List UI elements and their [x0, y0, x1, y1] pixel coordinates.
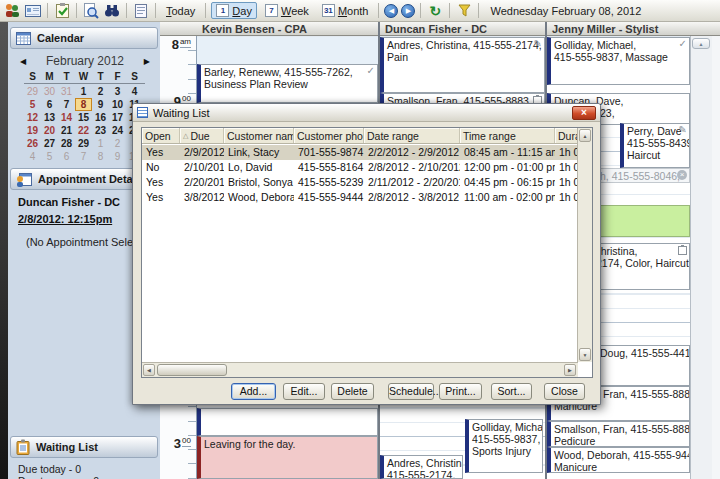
calendar-day[interactable]: 26: [24, 137, 41, 150]
delete-button[interactable]: Delete: [331, 383, 374, 400]
scrollbar-thumb[interactable]: [157, 364, 227, 376]
prev-month-icon[interactable]: ◀: [20, 57, 26, 66]
calendar-day[interactable]: 8: [92, 150, 109, 163]
calendar-day[interactable]: 21: [58, 124, 75, 137]
table-horizontal-scrollbar[interactable]: ◀ ▶: [142, 362, 578, 377]
binoculars-icon[interactable]: [103, 2, 121, 20]
calendar-day[interactable]: 5: [24, 98, 41, 111]
calendar-day[interactable]: 16: [92, 111, 109, 124]
notes-icon[interactable]: [132, 2, 150, 20]
table-vertical-scrollbar[interactable]: ▲ ▼: [577, 128, 592, 362]
calendar-day[interactable]: 8: [75, 98, 92, 111]
column-header-duncan-fisher[interactable]: Duncan Fisher - DC: [380, 22, 545, 36]
calendar-day[interactable]: 28: [58, 137, 75, 150]
column-header-jenny-miller[interactable]: Jenny Miller - Stylist: [547, 22, 690, 36]
clipboard-check-icon[interactable]: [53, 2, 71, 20]
column-header-time-range[interactable]: Time range: [460, 128, 555, 143]
appointment-golliday-massage[interactable]: ✓ Golliday, Michael, 415-555-9837, Massa…: [547, 37, 690, 85]
calendar-day[interactable]: 27: [41, 137, 58, 150]
calendar-day[interactable]: 7: [58, 98, 75, 111]
forward-icon[interactable]: ▶: [401, 4, 415, 18]
calendar-day[interactable]: 14: [58, 111, 75, 124]
column-header-customer-phone[interactable]: Customer phone: [294, 128, 364, 143]
filter-icon[interactable]: [455, 2, 473, 20]
calendar-day[interactable]: 29: [24, 85, 41, 98]
customers-icon[interactable]: [3, 2, 21, 20]
calendar-day[interactable]: 20: [41, 124, 58, 137]
waiting-list-row[interactable]: Yes2/9/2012Link, Stacy701-555-98742/2/20…: [142, 145, 578, 160]
waiting-list-row[interactable]: No2/10/2012Lo, David415-555-81642/8/2012…: [142, 160, 578, 175]
column-header-duration[interactable]: Duration: [555, 128, 578, 143]
calendar-day[interactable]: 2: [109, 137, 126, 150]
week-view-button[interactable]: 7Week: [260, 2, 314, 19]
calendar-day[interactable]: 17: [109, 111, 126, 124]
scroll-up-icon[interactable]: ▲: [579, 129, 591, 142]
calendar-day[interactable]: 4: [126, 85, 143, 98]
calendar-day[interactable]: 5: [41, 150, 58, 163]
calendar-day[interactable]: 29: [75, 137, 92, 150]
scroll-up-icon[interactable]: ▲: [692, 38, 710, 49]
appointment-perry-haircut[interactable]: ✎ Perry, Dave 415-555-8439, Haircut: [620, 123, 690, 168]
scroll-down-icon[interactable]: ▼: [579, 348, 591, 361]
calendar-day[interactable]: 15: [75, 111, 92, 124]
selected-datetime-link[interactable]: 2/8/2012: 12:15pm: [18, 213, 112, 225]
waiting-list-row[interactable]: Yes2/20/2012Bristol, Sonya415-555-52392/…: [142, 175, 578, 190]
calendar-day[interactable]: 2: [92, 85, 109, 98]
calendar-day[interactable]: 24: [109, 124, 126, 137]
calendar-day[interactable]: 1: [92, 137, 109, 150]
month-view-button[interactable]: 31Month: [317, 2, 374, 19]
calendar-day[interactable]: 23: [92, 124, 109, 137]
calendar-day[interactable]: 7: [75, 150, 92, 163]
highlighted-slot[interactable]: [197, 37, 378, 64]
back-icon[interactable]: ◀: [384, 4, 398, 18]
close-button[interactable]: Close: [544, 383, 585, 400]
calendar-day[interactable]: 19: [24, 124, 41, 137]
appointment-empty-block[interactable]: [197, 408, 378, 436]
calendar-day[interactable]: 9: [109, 150, 126, 163]
column-header-due[interactable]: △Due: [180, 128, 224, 143]
dialog-close-button[interactable]: ×: [572, 106, 596, 120]
schedule-scrollbar[interactable]: ▲: [690, 36, 712, 479]
waiting-list-row[interactable]: Yes3/8/2012Wood, Deborah415-555-94442/8/…: [142, 190, 578, 205]
calendar-day[interactable]: 22: [75, 124, 92, 137]
find-document-icon[interactable]: [82, 2, 100, 20]
calendar-day[interactable]: 4: [24, 150, 41, 163]
calendar-day[interactable]: 13: [41, 111, 58, 124]
appointment-details-icon: [16, 172, 32, 187]
calendar-day[interactable]: 1: [75, 85, 92, 98]
edit-button[interactable]: Edit...: [283, 383, 325, 400]
schedule-button[interactable]: Schedule...: [388, 383, 434, 400]
calendar-day[interactable]: 10: [109, 98, 126, 111]
scroll-right-icon[interactable]: ▶: [564, 364, 576, 376]
print-button[interactable]: Print...: [439, 383, 482, 400]
column-header-open[interactable]: Open: [142, 128, 180, 143]
calendar-day[interactable]: 12: [24, 111, 41, 124]
next-month-icon[interactable]: ▶: [144, 57, 150, 66]
calendar-day[interactable]: 9: [92, 98, 109, 111]
calendar-day[interactable]: 3: [109, 85, 126, 98]
add-button[interactable]: Add...: [231, 383, 276, 400]
appointment-wood-manicure[interactable]: Wood, Deborah, 415-555-9444, Manicure: [547, 447, 690, 473]
calendar-day[interactable]: 30: [41, 85, 58, 98]
column-header-date-range[interactable]: Date range: [364, 128, 460, 143]
today-button[interactable]: Today: [161, 4, 200, 18]
waiting-list-section-header[interactable]: Waiting List: [10, 436, 158, 458]
refresh-icon[interactable]: ↻: [426, 2, 444, 20]
scroll-left-icon[interactable]: ◀: [143, 364, 155, 376]
id-card-icon[interactable]: [24, 2, 42, 20]
appointment-leaving[interactable]: Leaving for the day.: [197, 436, 378, 479]
column-header-customer-name[interactable]: Customer name: [224, 128, 294, 143]
column-header-kevin-bensen[interactable]: Kevin Bensen - CPA: [197, 22, 378, 36]
appointment-golliday-sports-injury[interactable]: Golliday, Michael, 415-555-9837, Sports …: [465, 419, 543, 473]
appointment-smallson-pedicure[interactable]: Smallson, Fran, 415-555-8883, Pedicure: [547, 421, 690, 447]
calendar-section-header[interactable]: Calendar: [10, 27, 158, 49]
day-view-button[interactable]: 1Day: [211, 2, 257, 19]
appointment-andres-joint-pain[interactable]: ✎ Andres, Christina, 415-555-2174, Joint…: [380, 37, 545, 93]
appointment-andres-pm[interactable]: Andres, Christina, 415-555-2174,: [380, 455, 463, 479]
dialog-titlebar[interactable]: Waiting List ×: [133, 104, 600, 122]
sort-button[interactable]: Sort...: [491, 383, 532, 400]
calendar-day[interactable]: 6: [58, 150, 75, 163]
calendar-day[interactable]: 31: [58, 85, 75, 98]
calendar-day[interactable]: 6: [41, 98, 58, 111]
appointment-barley[interactable]: ✓ Barley, Reneww, 415-555-7262, Business…: [197, 64, 378, 103]
